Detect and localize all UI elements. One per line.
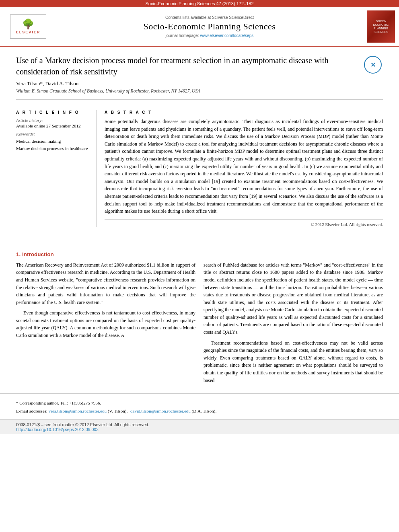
article-title-block: Use of a Markov decision process model f… bbox=[16, 55, 359, 93]
journal-header: 🌳 ELSEVIER Contents lists available at S… bbox=[0, 7, 399, 47]
homepage-label: journal homepage: bbox=[166, 33, 199, 38]
article-meta-section: A R T I C L E I N F O Article history: A… bbox=[16, 106, 383, 227]
elsevier-tree-icon: 🌳 bbox=[22, 19, 34, 29]
crossmark-icon: ✕ bbox=[364, 56, 382, 74]
keyword-2: Markov decision processes in healthcare bbox=[16, 145, 90, 152]
footnote-corresponding: * Corresponding author. Tel.: +1(585)275… bbox=[16, 401, 101, 405]
issn-line: 0038-0121/$ – see front matter © 2012 El… bbox=[16, 422, 383, 427]
doi-link[interactable]: http://dx.doi.org/10.1016/j.seps.2012.09… bbox=[16, 427, 383, 432]
email1-link[interactable]: vera.tilson@simon.rochester.edu bbox=[49, 409, 107, 413]
homepage-url: www.elsevier.com/locate/seps bbox=[200, 33, 253, 38]
copyright-line: © 2012 Elsevier Ltd. All rights reserved… bbox=[105, 219, 383, 227]
journal-citation-bar: Socio-Economic Planning Sciences 47 (201… bbox=[0, 0, 399, 7]
doi-link-text: http://dx.doi.org/10.1016/j.seps.2012.09… bbox=[16, 427, 99, 432]
section-title-text: Introduction bbox=[22, 251, 54, 257]
email-label: E-mail addresses: bbox=[16, 409, 47, 413]
keywords-list: Medical decision making Markov decision … bbox=[16, 138, 90, 152]
intro-para-3: search of PubMed database for articles w… bbox=[204, 261, 383, 336]
section-title: 1. Introduction bbox=[16, 251, 383, 257]
keyword-1: Medical decision making bbox=[16, 138, 90, 145]
journal-homepage: journal homepage: www.elsevier.com/locat… bbox=[52, 33, 367, 38]
sciverse-text: Contents lists available at SciVerse Sci… bbox=[165, 15, 254, 20]
available-online: Available online 27 September 2012 bbox=[16, 123, 90, 128]
article-info-column: A R T I C L E I N F O Article history: A… bbox=[16, 110, 97, 227]
sciverse-line: Contents lists available at SciVerse Sci… bbox=[52, 15, 367, 20]
thumb-text: SOCIO-ECONOMIC PLANNING SCIENCES bbox=[368, 19, 393, 34]
section-number: 1. bbox=[16, 251, 21, 257]
article-affiliation: William E. Simon Graduate School of Busi… bbox=[16, 88, 359, 93]
section-divider bbox=[0, 243, 399, 243]
email2-name: (D.A. Tilson). bbox=[192, 409, 217, 413]
footnote-email-line: E-mail addresses: vera.tilson@simon.roch… bbox=[16, 408, 383, 415]
intro-para-2: Even though comparative effectiveness is… bbox=[16, 309, 195, 339]
introduction-body: The American Recovery and Reinvestment A… bbox=[16, 261, 383, 388]
intro-para-1: The American Recovery and Reinvestment A… bbox=[16, 261, 195, 306]
elsevier-wordmark: ELSEVIER bbox=[16, 30, 41, 34]
article-content: Use of a Markov decision process model f… bbox=[0, 47, 399, 235]
elsevier-logo-area: 🌳 ELSEVIER bbox=[4, 14, 52, 39]
crossmark-badge: ✕ bbox=[363, 55, 383, 75]
article-authors: Vera Tilson*, David A. Tilson bbox=[16, 80, 359, 87]
intro-left-col: The American Recovery and Reinvestment A… bbox=[16, 261, 195, 388]
abstract-header: A B S T R A C T bbox=[105, 110, 383, 115]
footnote-phone: * Corresponding author. Tel.: +1(585)275… bbox=[16, 400, 383, 407]
article-info-header: A R T I C L E I N F O bbox=[16, 110, 90, 115]
history-label: Article history: bbox=[16, 118, 90, 123]
keywords-label: Keywords: bbox=[16, 131, 90, 136]
article-title: Use of a Markov decision process model f… bbox=[16, 55, 359, 77]
journal-citation-text: Socio-Economic Planning Sciences 47 (201… bbox=[145, 1, 253, 6]
journal-title: Socio-Economic Planning Sciences bbox=[52, 21, 367, 32]
intro-para-4: Treatment recommendations based on cost-… bbox=[204, 339, 383, 384]
intro-right-col: search of PubMed database for articles w… bbox=[204, 261, 383, 388]
abstract-text: Some potentially dangerous diseases are … bbox=[105, 118, 383, 215]
authors-text: Vera Tilson*, David A. Tilson bbox=[16, 80, 78, 86]
email2-link[interactable]: david.tilson@simon.rochester.edu bbox=[130, 409, 191, 413]
footnote-section: * Corresponding author. Tel.: +1(585)275… bbox=[0, 393, 399, 419]
elsevier-logo: 🌳 ELSEVIER bbox=[10, 14, 46, 39]
journal-thumbnail: SOCIO-ECONOMIC PLANNING SCIENCES bbox=[367, 10, 395, 43]
email1-name: (V. Tilson), bbox=[108, 409, 128, 413]
abstract-column: A B S T R A C T Some potentially dangero… bbox=[105, 110, 383, 227]
journal-header-center: Contents lists available at SciVerse Sci… bbox=[52, 15, 367, 38]
bottom-bar: 0038-0121/$ – see front matter © 2012 El… bbox=[0, 419, 399, 434]
article-title-section: Use of a Markov decision process model f… bbox=[16, 55, 383, 100]
introduction-section: 1. Introduction The American Recovery an… bbox=[0, 251, 399, 388]
